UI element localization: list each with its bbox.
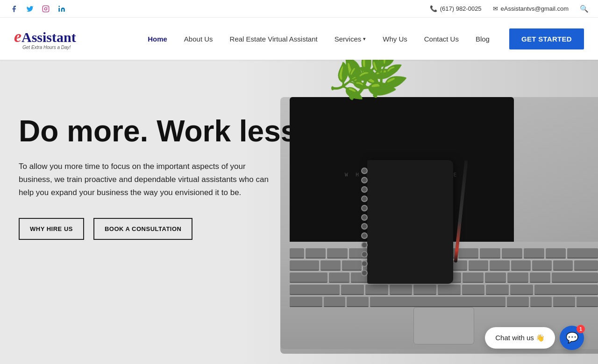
email-address: eAssistantvs@gmail.com	[501, 5, 569, 12]
linkedin-icon[interactable]	[57, 4, 66, 14]
svg-point-3	[58, 6, 60, 7]
chat-bubble[interactable]: Chat with us 👋	[485, 327, 555, 349]
top-bar: 📞 (617) 982-0025 ✉ eAssistantvs@gmail.co…	[0, 0, 598, 18]
chevron-down-icon: ▾	[363, 36, 366, 42]
contact-info: 📞 (617) 982-0025 ✉ eAssistantvs@gmail.co…	[430, 5, 589, 13]
nav-real-estate[interactable]: Real Estate Virtual Assistant	[223, 31, 324, 47]
nav-about[interactable]: About Us	[178, 31, 220, 47]
nav-contact[interactable]: Contact Us	[418, 31, 465, 47]
hero-section: T H I S I S W H E R E Y O U A R E	[0, 60, 598, 364]
social-links	[9, 4, 66, 14]
trackpad	[413, 307, 474, 344]
site-logo[interactable]: eAssistant Get Extra Hours a Day!	[14, 28, 76, 50]
nav-blog[interactable]: Blog	[469, 31, 496, 47]
nav-services[interactable]: Services ▾	[328, 31, 373, 47]
facebook-icon[interactable]	[9, 4, 19, 14]
logo-e-letter: e	[14, 27, 21, 46]
chat-badge: 1	[577, 325, 585, 333]
phone-number: (617) 982-0025	[440, 5, 482, 12]
navbar: eAssistant Get Extra Hours a Day! Home A…	[0, 18, 598, 60]
svg-point-1	[44, 7, 47, 10]
nav-links: Home About Us Real Estate Virtual Assist…	[141, 28, 584, 49]
hero-buttons: WHY HIRE US BOOK A CONSULTATION	[19, 218, 306, 240]
chat-label: Chat with us 👋	[495, 334, 545, 342]
chat-widget: Chat with us 👋 💬 1	[485, 326, 584, 350]
phone-icon: 📞	[430, 5, 437, 12]
hero-content: Do more. Work less. To allow you more ti…	[19, 116, 306, 240]
instagram-icon[interactable]	[41, 4, 50, 14]
why-hire-us-button[interactable]: WHY HIRE US	[19, 218, 84, 240]
chat-button[interactable]: 💬 1	[560, 326, 584, 350]
nav-home[interactable]: Home	[141, 31, 174, 47]
svg-point-2	[47, 7, 48, 7]
hero-description: To allow you more time to focus on the i…	[19, 160, 280, 199]
chat-icon: 💬	[566, 332, 578, 344]
nav-why-us[interactable]: Why Us	[376, 31, 414, 47]
search-icon[interactable]: 🔍	[580, 5, 589, 13]
notebook	[360, 160, 453, 284]
book-consultation-button[interactable]: BOOK A CONSULTATION	[93, 218, 193, 240]
phone-contact[interactable]: 📞 (617) 982-0025	[430, 5, 482, 12]
mail-icon: ✉	[493, 5, 498, 12]
hero-title: Do more. Work less.	[19, 116, 306, 147]
email-contact[interactable]: ✉ eAssistantvs@gmail.com	[493, 5, 569, 12]
logo-text: Assistant	[21, 29, 76, 45]
twitter-icon[interactable]	[25, 4, 35, 14]
svg-rect-0	[43, 6, 49, 12]
get-started-button[interactable]: GET STARTED	[509, 28, 584, 49]
logo-tagline: Get Extra Hours a Day!	[22, 45, 71, 50]
